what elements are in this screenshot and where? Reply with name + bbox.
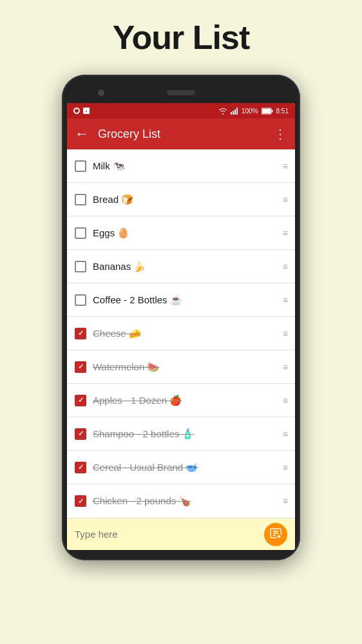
phone-frame: ▪ 100% bbox=[62, 75, 300, 560]
status-left: ▪ bbox=[73, 108, 90, 114]
bottom-bar bbox=[67, 518, 295, 550]
list-item: Eggs 🥚≡ bbox=[67, 216, 295, 250]
item-label: Milk 🐄 bbox=[93, 160, 276, 172]
drag-handle[interactable]: ≡ bbox=[283, 194, 287, 205]
checkbox[interactable] bbox=[75, 495, 86, 507]
list-item: Coffee - 2 Bottles ☕≡ bbox=[67, 283, 295, 317]
checkbox[interactable] bbox=[75, 227, 86, 239]
item-label: Apples - 1 Dozen 🍎 bbox=[93, 395, 276, 406]
checkbox[interactable] bbox=[75, 294, 86, 306]
signal-dot bbox=[73, 108, 80, 114]
item-label: Bananas 🍌 bbox=[93, 261, 276, 272]
drag-handle[interactable]: ≡ bbox=[283, 261, 287, 272]
item-label: Shampoo - 2 bottles 🧴 bbox=[93, 428, 276, 440]
list-item: Cheese 🧀≡ bbox=[67, 317, 295, 350]
list-item: Watermelon 🍉≡ bbox=[67, 350, 295, 384]
checkbox[interactable] bbox=[75, 428, 86, 440]
checkbox[interactable] bbox=[75, 160, 86, 172]
list-item: Apples - 1 Dozen 🍎≡ bbox=[67, 384, 295, 417]
list-item: Bananas 🍌≡ bbox=[67, 250, 295, 283]
svg-rect-1 bbox=[233, 111, 234, 115]
back-button[interactable]: ← bbox=[75, 126, 89, 142]
battery-icon bbox=[262, 108, 273, 115]
item-label: Chicken - 2 pounds 🍗 bbox=[93, 495, 276, 507]
phone-top-bar bbox=[67, 82, 295, 103]
add-button[interactable] bbox=[264, 523, 287, 546]
status-bar: ▪ 100% bbox=[67, 103, 295, 118]
drag-handle[interactable]: ≡ bbox=[283, 362, 287, 372]
sim-icon: ▪ bbox=[83, 108, 90, 114]
item-label: Cereal - Usual Brand 🥣 bbox=[93, 462, 276, 473]
drag-handle[interactable]: ≡ bbox=[283, 429, 287, 439]
time-text: 8:51 bbox=[276, 108, 289, 115]
svg-rect-2 bbox=[234, 109, 236, 115]
drag-handle[interactable]: ≡ bbox=[283, 161, 287, 171]
signal-bars-icon bbox=[231, 108, 238, 115]
wifi-icon bbox=[218, 108, 227, 115]
phone-screen: ▪ 100% bbox=[67, 103, 295, 550]
list-item: Chicken - 2 pounds 🍗≡ bbox=[67, 484, 295, 518]
item-label: Watermelon 🍉 bbox=[93, 361, 276, 373]
item-label: Cheese 🧀 bbox=[93, 328, 276, 339]
add-icon bbox=[269, 527, 282, 542]
svg-rect-0 bbox=[231, 112, 232, 115]
type-input[interactable] bbox=[75, 529, 258, 540]
drag-handle[interactable]: ≡ bbox=[283, 462, 287, 473]
checkbox[interactable] bbox=[75, 395, 86, 406]
svg-rect-6 bbox=[271, 109, 272, 112]
drag-handle[interactable]: ≡ bbox=[283, 395, 287, 406]
svg-rect-5 bbox=[262, 109, 271, 113]
item-label: Eggs 🥚 bbox=[93, 227, 276, 239]
item-label: Coffee - 2 Bottles ☕ bbox=[93, 294, 276, 306]
checkbox[interactable] bbox=[75, 194, 86, 205]
checkbox[interactable] bbox=[75, 462, 86, 473]
grocery-list: Milk 🐄≡Bread 🍞≡Eggs 🥚≡Bananas 🍌≡Coffee -… bbox=[67, 149, 295, 518]
svg-rect-3 bbox=[236, 108, 238, 115]
drag-handle[interactable]: ≡ bbox=[283, 328, 287, 339]
checkbox[interactable] bbox=[75, 328, 86, 339]
list-item: Bread 🍞≡ bbox=[67, 183, 295, 216]
drag-handle[interactable]: ≡ bbox=[283, 496, 287, 506]
phone-camera bbox=[98, 90, 104, 96]
list-item: Milk 🐄≡ bbox=[67, 149, 295, 183]
menu-button[interactable]: ⋮ bbox=[274, 126, 287, 142]
status-right: 100% 8:51 bbox=[218, 108, 289, 115]
checkbox[interactable] bbox=[75, 261, 86, 272]
page-title: Your List bbox=[113, 18, 249, 57]
list-item: Shampoo - 2 bottles 🧴≡ bbox=[67, 417, 295, 451]
item-label: Bread 🍞 bbox=[93, 194, 276, 205]
app-toolbar: ← Grocery List ⋮ bbox=[67, 118, 295, 149]
phone-speaker bbox=[167, 90, 195, 95]
toolbar-title: Grocery List bbox=[98, 128, 265, 141]
list-item: Cereal - Usual Brand 🥣≡ bbox=[67, 451, 295, 484]
drag-handle[interactable]: ≡ bbox=[283, 295, 287, 305]
checkbox[interactable] bbox=[75, 361, 86, 373]
drag-handle[interactable]: ≡ bbox=[283, 228, 287, 238]
battery-text: 100% bbox=[242, 108, 258, 115]
